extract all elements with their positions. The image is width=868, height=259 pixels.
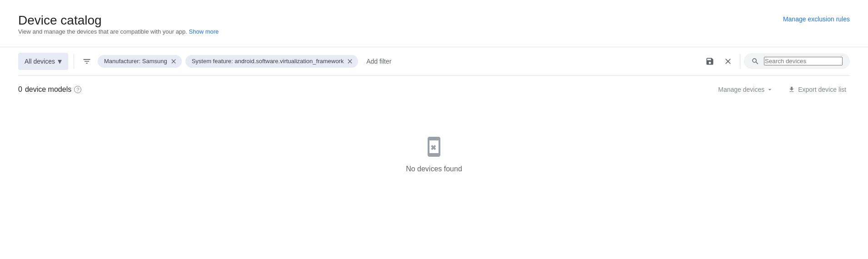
- search-divider: [740, 54, 740, 69]
- manufacturer-filter-chip: Manufacturer: Samsung: [98, 55, 182, 68]
- export-device-list-button[interactable]: Export device list: [784, 83, 850, 96]
- close-icon: [346, 58, 354, 65]
- all-devices-button[interactable]: All devices ▾: [18, 53, 68, 70]
- title-area: Device catalog View and manage the devic…: [18, 13, 219, 44]
- chevron-down-icon: ▾: [58, 56, 62, 66]
- download-icon: [788, 86, 795, 93]
- page-container: Device catalog View and manage the devic…: [0, 0, 868, 191]
- save-icon: [705, 57, 714, 66]
- results-actions: Manage devices Export device list: [714, 83, 850, 96]
- filter-bar: All devices ▾ Manufacturer: Samsung Syst…: [18, 47, 850, 76]
- count-label: device models: [25, 85, 71, 94]
- chevron-down-icon: [766, 86, 773, 93]
- show-more-link[interactable]: Show more: [189, 28, 219, 35]
- clear-filters-button[interactable]: [720, 53, 736, 70]
- clear-icon: [723, 57, 733, 66]
- help-icon[interactable]: ?: [74, 86, 81, 93]
- no-devices-icon: [423, 136, 445, 158]
- filter-icon: [82, 57, 91, 66]
- all-devices-label: All devices: [25, 58, 55, 65]
- device-count: 0 device models ?: [18, 85, 81, 94]
- search-box: [744, 53, 850, 69]
- manage-devices-button[interactable]: Manage devices: [714, 83, 777, 96]
- filter-icon-button[interactable]: [80, 54, 94, 69]
- filter-divider: [74, 54, 74, 69]
- save-filter-button[interactable]: [702, 53, 718, 70]
- close-icon: [170, 58, 177, 65]
- system-feature-filter-label: System feature: android.software.virtual…: [192, 58, 344, 65]
- add-filter-button[interactable]: Add filter: [362, 55, 396, 68]
- search-input[interactable]: [764, 57, 843, 65]
- count-number: 0: [18, 85, 22, 94]
- remove-system-feature-filter-button[interactable]: [346, 58, 354, 65]
- search-icon: [751, 57, 759, 65]
- system-feature-filter-chip: System feature: android.software.virtual…: [185, 55, 359, 68]
- manage-exclusion-link[interactable]: Manage exclusion rules: [783, 15, 850, 23]
- filter-actions: [702, 53, 736, 70]
- no-devices-text: No devices found: [406, 165, 462, 173]
- page-title: Device catalog: [18, 13, 219, 28]
- manufacturer-filter-label: Manufacturer: Samsung: [104, 58, 167, 65]
- header-row: Device catalog View and manage the devic…: [18, 13, 850, 44]
- subtitle: View and manage the devices that are com…: [18, 28, 219, 35]
- empty-state: No devices found: [18, 100, 850, 191]
- results-bar: 0 device models ? Manage devices Export …: [18, 76, 850, 100]
- remove-manufacturer-filter-button[interactable]: [170, 58, 177, 65]
